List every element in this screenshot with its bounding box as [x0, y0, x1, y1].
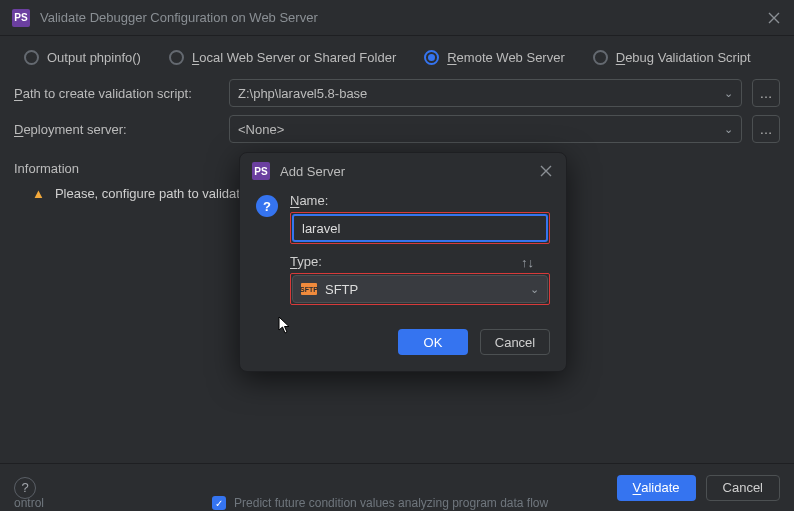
sort-icon[interactable]: ↑↓ [521, 255, 534, 270]
path-input[interactable]: Z:\php\laravel5.8-base ⌄ [229, 79, 742, 107]
footer-word: ontrol [14, 496, 44, 510]
radio-icon [593, 50, 608, 65]
type-field-highlight: SFTP SFTP ⌄ [290, 273, 550, 305]
radio-icon [424, 50, 439, 65]
modal-titlebar: PS Add Server [240, 153, 566, 189]
sftp-icon: SFTP [301, 283, 317, 295]
radio-label: Output phpinfo() [47, 50, 141, 65]
radio-icon [24, 50, 39, 65]
window-title: Validate Debugger Configuration on Web S… [40, 10, 318, 25]
main-titlebar: PS Validate Debugger Configuration on We… [0, 0, 794, 36]
radio-label: Remote Web Server [447, 50, 565, 65]
add-server-dialog: PS Add Server ? Name: ↑↓ Type: SFTP SFTP… [239, 152, 567, 372]
radio-phpinfo[interactable]: Output phpinfo() [24, 50, 141, 65]
deployment-row: Deployment server: <None> ⌄ … [0, 111, 794, 147]
footer-hint-text: Predict future condition values analyzin… [234, 496, 548, 510]
deployment-label: Deployment server: [14, 122, 219, 137]
checkbox-icon: ✓ [212, 496, 226, 510]
server-name-input[interactable] [292, 214, 548, 242]
modal-close-button[interactable] [538, 163, 554, 179]
chevron-down-icon: ⌄ [530, 283, 539, 296]
app-logo-icon: PS [252, 162, 270, 180]
ok-button[interactable]: OK [398, 329, 468, 355]
ellipsis-icon: … [760, 86, 773, 101]
modal-buttons: OK Cancel [240, 315, 566, 371]
path-label: Path to create validation script: [14, 86, 219, 101]
modal-cancel-button[interactable]: Cancel [480, 329, 550, 355]
deployment-value: <None> [238, 122, 284, 137]
ellipsis-icon: … [760, 122, 773, 137]
radio-remote-server[interactable]: Remote Web Server [424, 50, 565, 65]
warning-icon: ▲ [32, 186, 45, 201]
name-label: Name: [290, 193, 550, 208]
deployment-browse-button[interactable]: … [752, 115, 780, 143]
app-logo-icon: PS [12, 9, 30, 27]
server-type-select[interactable]: SFTP SFTP ⌄ [292, 275, 548, 303]
type-value: SFTP [325, 282, 358, 297]
type-label: Type: [290, 254, 550, 269]
radio-label: Local Web Server or Shared Folder [192, 50, 396, 65]
name-field-highlight [290, 212, 550, 244]
window-close-button[interactable] [766, 10, 782, 26]
path-row: Path to create validation script: Z:\php… [0, 75, 794, 111]
path-browse-button[interactable]: … [752, 79, 780, 107]
radio-label: Debug Validation Script [616, 50, 751, 65]
deployment-select[interactable]: <None> ⌄ [229, 115, 742, 143]
output-mode-radios: Output phpinfo() Local Web Server or Sha… [0, 36, 794, 75]
chevron-down-icon: ⌄ [724, 123, 733, 136]
radio-local-server[interactable]: Local Web Server or Shared Folder [169, 50, 396, 65]
background-footer: ontrol ✓ Predict future condition values… [0, 496, 794, 511]
chevron-down-icon: ⌄ [724, 87, 733, 100]
radio-icon [169, 50, 184, 65]
modal-title: Add Server [280, 164, 345, 179]
path-value: Z:\php\laravel5.8-base [238, 86, 367, 101]
radio-debug-script[interactable]: Debug Validation Script [593, 50, 751, 65]
help-icon[interactable]: ? [256, 195, 278, 217]
